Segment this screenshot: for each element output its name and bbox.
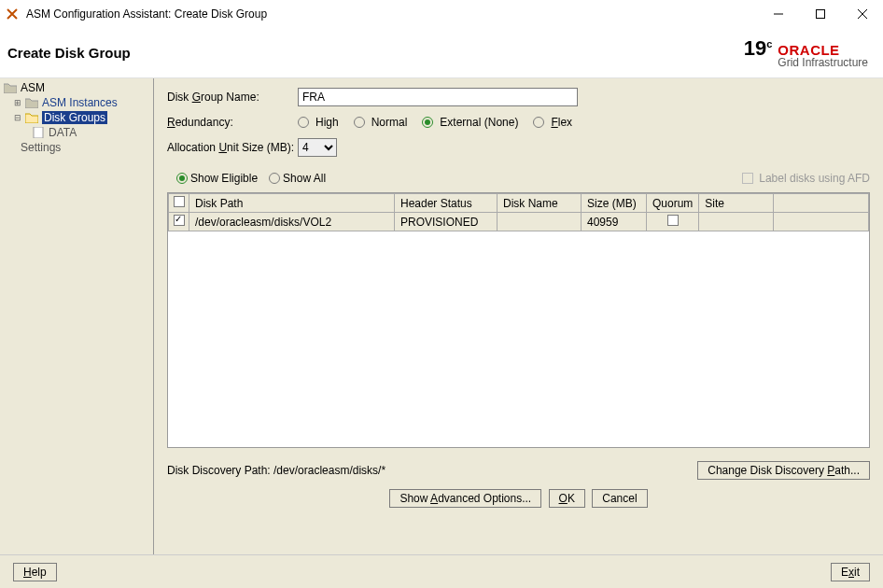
radio-high-label: High <box>315 116 339 129</box>
radio-flex-label: Flex <box>551 116 572 129</box>
table-header: Disk Path Header Status Disk Name Size (… <box>169 194 869 213</box>
cell-path: /dev/oracleasm/disks/VOL2 <box>189 213 395 231</box>
titlebar: ASM Configuration Assistant: Create Disk… <box>0 0 883 28</box>
radio-show-all[interactable] <box>269 173 280 184</box>
radio-flex[interactable] <box>533 117 544 128</box>
radio-normal-label: Normal <box>371 116 408 129</box>
redundancy-label: Redundancy: <box>167 116 298 129</box>
radio-normal[interactable] <box>354 117 365 128</box>
disk-group-name-input[interactable] <box>298 88 578 106</box>
collapse-icon[interactable]: ⊟ <box>13 114 21 122</box>
oracle-logo: 19c ORACLE Grid Infrastructure <box>744 36 868 69</box>
col-size[interactable]: Size (MB) <box>582 194 647 213</box>
radio-external[interactable] <box>422 117 433 128</box>
show-eligible-label: Show Eligible <box>190 172 258 185</box>
cell-size: 40959 <box>582 213 647 231</box>
disk-table: Disk Path Header Status Disk Name Size (… <box>167 192 870 448</box>
au-size-label: Allocation Unit Size (MB): <box>167 141 298 154</box>
file-icon <box>32 127 45 138</box>
app-icon <box>6 7 19 21</box>
table-row[interactable]: /dev/oracleasm/disks/VOL2 PROVISIONED 40… <box>169 213 869 231</box>
radio-external-label: External (None) <box>440 116 518 129</box>
minimize-button[interactable] <box>757 0 799 28</box>
exit-button[interactable]: Exit <box>831 563 870 581</box>
col-site[interactable]: Site <box>699 194 774 213</box>
tree-disk-groups[interactable]: ⊟ Disk Groups <box>0 110 153 125</box>
change-discovery-path-button[interactable]: Change Disk Discovery Path... <box>697 461 870 480</box>
show-advanced-button[interactable]: Show Advanced Options... <box>389 489 541 508</box>
folder-icon <box>4 82 17 93</box>
cancel-button[interactable]: Cancel <box>592 489 647 508</box>
col-disk-path[interactable]: Disk Path <box>189 194 395 213</box>
col-disk-name[interactable]: Disk Name <box>498 194 582 213</box>
discovery-path-label: Disk Discovery Path: /dev/oracleasm/disk… <box>167 464 385 477</box>
cell-header-status: PROVISIONED <box>395 213 498 231</box>
window-buttons <box>757 0 883 28</box>
help-button[interactable]: Help <box>13 563 57 581</box>
close-button[interactable] <box>841 0 883 28</box>
folder-open-icon <box>25 112 38 123</box>
row-checkbox[interactable] <box>174 215 185 226</box>
cell-disk-name <box>498 213 582 231</box>
tree-settings[interactable]: Settings <box>0 140 153 155</box>
show-all-label: Show All <box>283 172 326 185</box>
tree-asm[interactable]: ASM <box>0 80 153 95</box>
cell-site <box>699 213 774 231</box>
quorum-checkbox[interactable] <box>667 215 679 226</box>
afd-label: Label disks using AFD <box>759 172 870 185</box>
sidebar: ASM ⊞ ASM Instances ⊟ Disk Groups DATA S… <box>0 78 154 554</box>
expand-icon[interactable]: ⊞ <box>13 99 21 107</box>
tree-asm-instances[interactable]: ⊞ ASM Instances <box>0 95 153 110</box>
afd-checkbox <box>742 173 753 184</box>
footer: Help Exit <box>0 554 883 588</box>
svg-rect-1 <box>816 10 824 19</box>
col-header-status[interactable]: Header Status <box>395 194 498 213</box>
header: Create Disk Group 19c ORACLE Grid Infras… <box>0 28 883 78</box>
disk-group-name-label: Disk Group Name: <box>167 91 298 104</box>
maximize-button[interactable] <box>799 0 841 28</box>
tree-data[interactable]: DATA <box>0 125 153 140</box>
au-size-select[interactable]: 4 <box>298 138 337 157</box>
radio-high[interactable] <box>298 117 309 128</box>
svg-rect-4 <box>34 127 43 138</box>
ok-button[interactable]: OK <box>549 489 585 508</box>
col-quorum[interactable]: Quorum <box>647 194 699 213</box>
radio-show-eligible[interactable] <box>176 173 188 184</box>
window-title: ASM Configuration Assistant: Create Disk… <box>26 7 757 21</box>
select-all-checkbox[interactable] <box>174 196 185 207</box>
folder-icon <box>25 97 38 108</box>
page-title: Create Disk Group <box>7 45 131 61</box>
content-pane: Disk Group Name: Redundancy: High Normal… <box>154 78 883 554</box>
